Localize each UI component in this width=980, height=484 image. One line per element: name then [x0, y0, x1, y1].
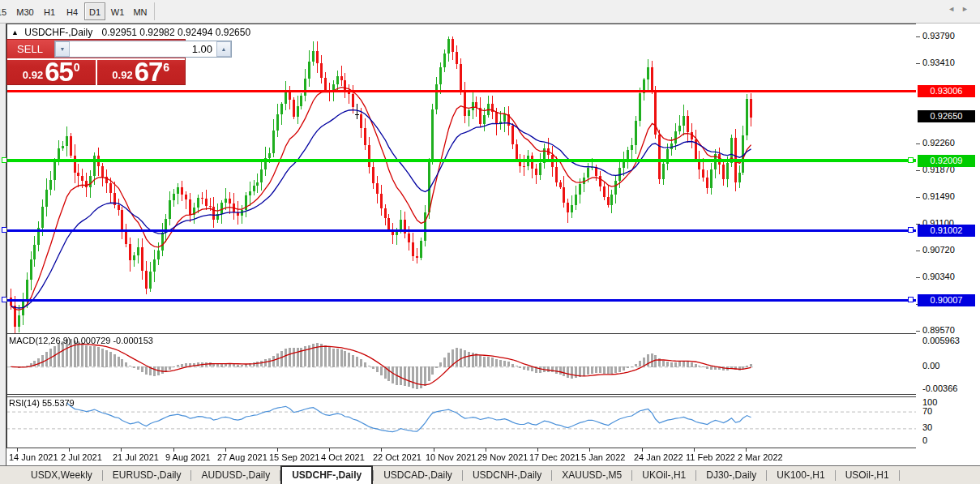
- price-tick-label: 0.89570: [922, 325, 955, 335]
- price-tick: [916, 251, 920, 251]
- date-label: 10 Nov 2021: [426, 452, 476, 462]
- sell-price-main: 65: [45, 61, 73, 84]
- date-label: 4 Oct 2021: [321, 452, 365, 462]
- rsi-scale-30: 30: [922, 422, 932, 432]
- volume-decrease-icon[interactable]: ▼: [55, 41, 70, 57]
- chart-tab-ukoil-h1[interactable]: UKOil-,H1: [632, 467, 695, 484]
- chart-tab-uk100-h1[interactable]: UK100-,H1: [767, 467, 834, 484]
- volume-increase-icon[interactable]: ▲: [216, 41, 231, 57]
- macd-scale-zero: 0.00: [922, 361, 939, 370]
- macd-pane-separator[interactable]: [6, 333, 980, 334]
- date-label: 27 Aug 2021: [217, 452, 267, 462]
- chart-tab-usoil-h1[interactable]: USOil-,H1: [836, 467, 899, 484]
- chart-tab-usdcad-daily[interactable]: USDCAD-,Daily: [374, 467, 462, 484]
- date-tick: [69, 448, 70, 452]
- price-tick: [916, 277, 920, 278]
- price-badge-0.90007: 0.90007: [918, 294, 975, 306]
- date-tick: [537, 448, 538, 452]
- volume-input[interactable]: [70, 41, 216, 57]
- buy-price-main: 67: [135, 61, 163, 84]
- date-label: 24 Jan 2022: [634, 452, 683, 462]
- rsi-pane-separator-a[interactable]: [6, 394, 980, 395]
- hline-support-blue-1[interactable]: [6, 229, 916, 232]
- sell-price-tile[interactable]: 0.92 65 0: [7, 60, 97, 86]
- timeframe-button-h4[interactable]: H4: [62, 2, 83, 20]
- price-tick: [916, 36, 920, 37]
- price-tick-label: 0.91490: [922, 191, 955, 201]
- hline-support-green[interactable]: [6, 159, 916, 162]
- rsi-value: 55.5379: [42, 398, 75, 408]
- date-tick: [17, 448, 18, 452]
- timeframe-button-w1[interactable]: W1: [107, 2, 128, 20]
- price-tick-label: 0.93410: [922, 58, 955, 67]
- date-tick: [746, 448, 747, 452]
- date-tick: [486, 448, 486, 452]
- price-axis: 0.937900.934100.922600.918700.914900.911…: [916, 24, 980, 465]
- price-badge-0.92009: 0.92009: [918, 155, 975, 167]
- chart-tab-audusd-daily[interactable]: AUDUSD-,Daily: [191, 467, 280, 484]
- buy-button[interactable]: BUY: [233, 40, 279, 58]
- chart-tab-dj30-daily[interactable]: DJ30-,Daily: [696, 467, 766, 484]
- sell-button[interactable]: SELL: [7, 40, 53, 58]
- price-tick: [916, 143, 920, 144]
- timeframe-button-15[interactable]: 15: [0, 2, 10, 20]
- tab-scroll-right-icon[interactable]: ►: [961, 5, 975, 13]
- window-left-edge: [0, 24, 6, 465]
- date-label: 2 Jul 2021: [61, 452, 102, 462]
- hline-support-blue-2[interactable]: [6, 299, 916, 302]
- macd-scale-min: -0.00366: [922, 383, 957, 393]
- macd-scale-max: 0.005963: [922, 336, 960, 345]
- chart-tab-usdx-weekly[interactable]: USDX,Weekly: [21, 467, 102, 484]
- collapse-panel-icon[interactable]: ▲: [11, 28, 19, 36]
- rsi-pane-separator-b[interactable]: [6, 396, 980, 397]
- tab-scroll-left-icon[interactable]: ◄: [948, 5, 961, 13]
- mt4-terminal: 15M30H1H4D1W1MN ▲ USDCHF-,Daily 0.92951 …: [0, 0, 980, 484]
- price-tick: [916, 331, 920, 332]
- date-tick: [694, 448, 695, 452]
- price-tick: [916, 63, 920, 64]
- chart-tab-usdcnh-daily[interactable]: USDCNH-,Daily: [463, 467, 551, 484]
- timeframe-button-mn[interactable]: MN: [130, 2, 151, 20]
- chart-tab-usdchf-daily[interactable]: USDCHF-,Daily: [280, 465, 373, 484]
- timeframe-button-m30[interactable]: M30: [13, 2, 37, 20]
- buy-price-pip: 6: [163, 61, 169, 74]
- macd-label: MACD(12,26,9) 0.000729 -0.000153: [9, 336, 153, 345]
- date-tick: [173, 448, 174, 452]
- macd-values: 0.000729 -0.000153: [73, 336, 152, 345]
- tab-separator: [899, 470, 900, 481]
- price-badge-0.93006: 0.93006: [918, 85, 975, 97]
- price-tick: [916, 170, 920, 171]
- frame-top-border: [6, 24, 980, 24]
- chart-tab-xauusd-m5[interactable]: XAUUSD-,M5: [552, 467, 631, 484]
- chart-tab-eurusd-daily[interactable]: EURUSD-,Daily: [103, 467, 191, 484]
- price-tick-label: 0.90720: [922, 245, 955, 255]
- date-label: 14 Jun 2021: [9, 452, 58, 462]
- timeframe-button-h1[interactable]: H1: [39, 2, 60, 20]
- timeframe-button-d1[interactable]: D1: [84, 2, 105, 20]
- price-tick-label: 0.90340: [922, 272, 955, 281]
- timeframe-toolbar: 15M30H1H4D1W1MN: [0, 0, 980, 24]
- rsi-label: RSI(14) 55.5379: [9, 398, 75, 408]
- buy-price-prefix: 0.92: [112, 67, 132, 84]
- chart-tab-bar: USDX,WeeklyEURUSD-,DailyAUDUSD-,DailyUSD…: [0, 465, 980, 484]
- volume-stepper: ▼ ▲: [54, 41, 232, 58]
- rsi-indicator-canvas[interactable]: [6, 397, 916, 448]
- date-tick: [589, 448, 590, 452]
- symbol-period-label: USDCHF-,Daily: [24, 27, 92, 38]
- tab-scroll-arrows: ◄►: [948, 5, 975, 13]
- toolbar-separator: [154, 2, 155, 20]
- sell-price-pip: 0: [74, 61, 80, 74]
- hline-support-blue-1-right-handle[interactable]: [908, 227, 914, 233]
- date-tick: [277, 448, 278, 452]
- hline-support-blue-2-right-handle[interactable]: [908, 297, 914, 302]
- price-badge-0.91002: 0.91002: [918, 225, 975, 237]
- hline-support-green-right-handle[interactable]: [908, 157, 914, 163]
- price-badge-0.92650: 0.92650: [918, 110, 975, 122]
- price-tick-label: 0.93790: [922, 31, 955, 41]
- ohlc-quote: 0.92951 0.92982 0.92494 0.92650: [102, 27, 251, 38]
- date-label: 22 Oct 2021: [373, 452, 422, 462]
- date-tick: [434, 448, 434, 452]
- date-axis: 14 Jun 20212 Jul 202121 Jul 20219 Aug 20…: [6, 448, 916, 465]
- hline-resistance[interactable]: [6, 90, 916, 92]
- buy-price-tile[interactable]: 0.92 67 6: [97, 60, 186, 86]
